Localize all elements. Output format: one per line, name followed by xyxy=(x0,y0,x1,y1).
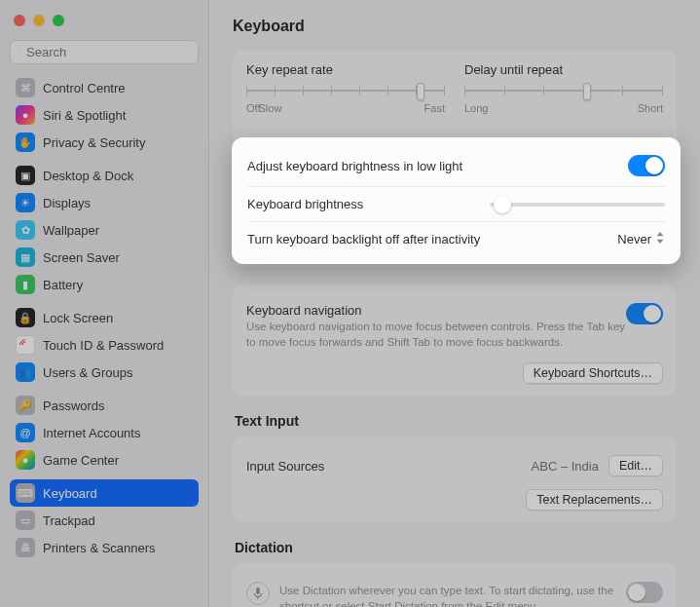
svg-rect-2 xyxy=(256,588,260,594)
sidebar-item-label: Users & Groups xyxy=(43,365,132,380)
at-icon: @ xyxy=(16,423,35,442)
dock-icon: ▣ xyxy=(16,166,35,185)
text-input-title: Text Input xyxy=(235,413,677,429)
zoom-window-icon[interactable] xyxy=(53,15,64,26)
sidebar-item-trackpad[interactable]: ▭Trackpad xyxy=(10,507,199,534)
siri-icon: ● xyxy=(16,105,35,125)
sidebar-item-label: Wallpaper xyxy=(43,223,99,238)
control-centre-icon: ⌘ xyxy=(16,78,35,97)
repeat-slow-label: Slow xyxy=(258,102,281,114)
minimize-window-icon[interactable] xyxy=(33,15,45,26)
search-input[interactable] xyxy=(26,45,190,59)
sidebar-item-label: Screen Saver xyxy=(43,250,120,265)
svg-point-0 xyxy=(18,52,19,53)
dictation-panel: Use Dictation wherever you can type text… xyxy=(233,563,677,607)
screensaver-icon: ▦ xyxy=(16,247,35,267)
sidebar-item-label: Touch ID & Password xyxy=(43,338,164,353)
main-content: Keyboard Key repeat rate Off Slow Fast xyxy=(209,0,700,607)
trackpad-icon: ▭ xyxy=(16,511,35,530)
updown-icon xyxy=(655,232,665,247)
nav-label: Keyboard navigation xyxy=(246,303,626,318)
dictation-title: Dictation xyxy=(235,540,677,555)
nav-panel: Keyboard navigation Use keyboard navigat… xyxy=(233,285,677,396)
sidebar-item-screensaver[interactable]: ▦Screen Saver xyxy=(10,244,199,271)
nav-hint: Use keyboard navigation to move focus be… xyxy=(246,320,626,350)
backlight-off-label: Turn keyboard backlight off after inacti… xyxy=(247,232,480,247)
sidebar-item-label: Siri & Spotlight xyxy=(43,108,126,123)
text-replacements-button[interactable]: Text Replacements… xyxy=(526,489,663,511)
search-icon xyxy=(18,46,20,58)
key-repeat-block: Key repeat rate Off Slow Fast xyxy=(246,62,445,114)
keyboard-icon: ⌨ xyxy=(16,483,35,503)
sidebar-item-label: Trackpad xyxy=(43,513,95,528)
sidebar-item-keyboard[interactable]: ⌨Keyboard xyxy=(10,479,199,507)
sidebar-item-label: Privacy & Security xyxy=(43,135,145,150)
sidebar-item-label: Desktop & Dock xyxy=(43,169,133,183)
sidebar-item-printers[interactable]: 🖶Printers & Scanners xyxy=(10,534,199,561)
microphone-icon xyxy=(246,582,270,605)
key-repeat-title: Key repeat rate xyxy=(246,62,445,77)
highlight-card: Adjust keyboard brightness in low light … xyxy=(232,137,681,264)
sidebar-item-passwords[interactable]: 🔑Passwords xyxy=(10,392,199,419)
sidebar-item-control-centre[interactable]: ⌘Control Centre xyxy=(10,74,199,101)
input-sources-value: ABC – India xyxy=(532,459,599,474)
sidebar-item-lockscreen[interactable]: 🔒Lock Screen xyxy=(10,304,199,331)
sidebar-item-users[interactable]: 👥Users & Groups xyxy=(10,359,199,386)
page-title: Keyboard xyxy=(233,18,677,35)
printer-icon: 🖶 xyxy=(16,538,35,557)
search-field[interactable] xyxy=(10,40,199,64)
key-icon: 🔑 xyxy=(16,396,35,415)
brightness-label: Keyboard brightness xyxy=(247,197,363,211)
sidebar-item-battery[interactable]: ▮Battery xyxy=(10,271,199,298)
delay-block: Delay until repeat Long Short xyxy=(464,62,663,114)
sidebar-item-label: Keyboard xyxy=(43,486,97,501)
sidebar-item-label: Printers & Scanners xyxy=(43,541,156,555)
sidebar-item-touchid[interactable]: Touch ID & Password xyxy=(10,331,199,359)
sidebar-item-label: Internet Accounts xyxy=(43,426,140,440)
brightness-slider[interactable] xyxy=(490,203,665,207)
sidebar-item-desktop[interactable]: ▣Desktop & Dock xyxy=(10,162,199,189)
sidebar-item-displays[interactable]: ☀Displays xyxy=(10,189,199,216)
edit-sources-button[interactable]: Edit… xyxy=(608,455,663,476)
dictation-hint: Use Dictation wherever you can type text… xyxy=(279,584,616,607)
hand-icon: ✋ xyxy=(16,133,35,152)
backlight-off-select[interactable]: Never xyxy=(617,232,665,247)
sidebar-item-label: Battery xyxy=(43,278,83,292)
sidebar-item-label: Passwords xyxy=(43,398,105,413)
sidebar-item-gamecenter[interactable]: ●Game Center xyxy=(10,446,199,474)
sidebar-item-siri[interactable]: ●Siri & Spotlight xyxy=(10,101,199,129)
brightness-auto-toggle[interactable] xyxy=(628,155,665,176)
shortcuts-button[interactable]: Keyboard Shortcuts… xyxy=(523,362,663,384)
repeat-max-label: Fast xyxy=(424,102,445,114)
users-icon: 👥 xyxy=(16,362,35,382)
close-window-icon[interactable] xyxy=(14,15,25,26)
sidebar-item-label: Lock Screen xyxy=(43,311,113,325)
dictation-toggle[interactable] xyxy=(626,582,663,603)
text-input-panel: Input Sources ABC – India Edit… Text Rep… xyxy=(233,436,677,522)
gamecenter-icon: ● xyxy=(16,450,35,470)
sidebar: ⌘Control Centre ●Siri & Spotlight ✋Priva… xyxy=(0,0,209,607)
fingerprint-icon xyxy=(16,335,35,355)
wallpaper-icon: ✿ xyxy=(16,220,35,240)
brightness-auto-label: Adjust keyboard brightness in low light xyxy=(247,159,462,173)
delay-max-label: Short xyxy=(638,102,663,114)
display-icon: ☀ xyxy=(16,193,35,212)
delay-title: Delay until repeat xyxy=(464,62,663,77)
sidebar-item-label: Control Centre xyxy=(43,81,126,95)
sidebar-item-label: Game Center xyxy=(43,453,119,468)
input-sources-label: Input Sources xyxy=(246,459,324,474)
nav-toggle[interactable] xyxy=(626,303,663,324)
lock-icon: 🔒 xyxy=(16,308,35,327)
sidebar-item-accounts[interactable]: @Internet Accounts xyxy=(10,419,199,446)
delay-min-label: Long xyxy=(464,102,488,114)
key-repeat-slider[interactable] xyxy=(246,81,445,100)
delay-slider[interactable] xyxy=(464,81,663,100)
window-controls xyxy=(10,8,199,40)
sidebar-item-label: Displays xyxy=(43,196,91,210)
battery-icon: ▮ xyxy=(16,275,35,294)
sidebar-item-wallpaper[interactable]: ✿Wallpaper xyxy=(10,216,199,244)
sidebar-item-privacy[interactable]: ✋Privacy & Security xyxy=(10,129,199,156)
